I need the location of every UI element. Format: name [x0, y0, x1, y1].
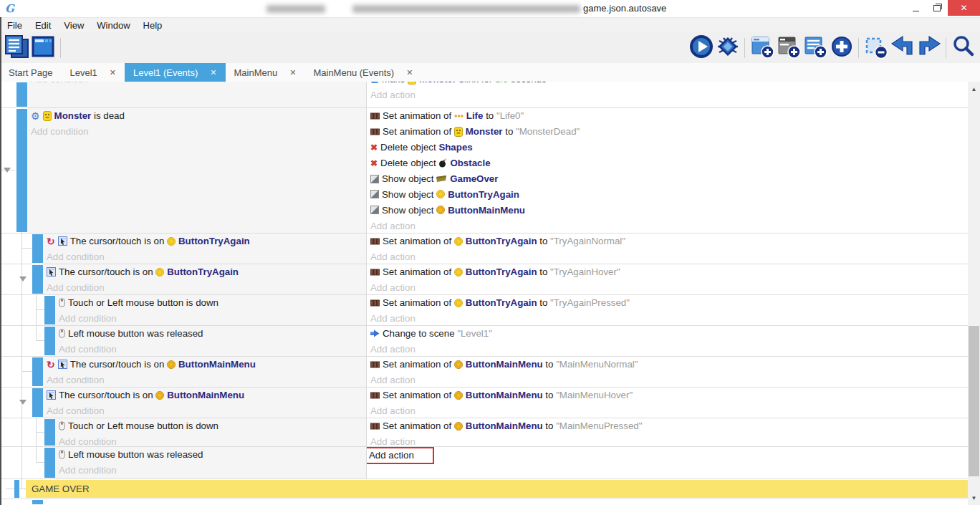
- action-line[interactable]: ✖Delete object Shapes: [367, 140, 968, 155]
- undo-button[interactable]: [889, 34, 916, 62]
- tab-close-icon[interactable]: ✕: [210, 68, 216, 77]
- menu-file[interactable]: File: [6, 20, 24, 31]
- action-line[interactable]: Set animation of ButtonTryAgain to "TryA…: [367, 264, 968, 280]
- add-condition-button[interactable]: Add condition: [43, 280, 366, 294]
- collapse-arrow-icon[interactable]: [19, 276, 27, 282]
- add-comment-button[interactable]: [802, 34, 828, 62]
- scroll-up-icon[interactable]: ▲: [968, 83, 980, 95]
- tab-mainmenu[interactable]: MainMenu✕: [226, 63, 305, 82]
- add-action-button[interactable]: Add action: [367, 447, 968, 463]
- collapse-arrow-icon[interactable]: [4, 168, 11, 173]
- tab-start-page[interactable]: Start Page: [0, 63, 61, 82]
- action-line[interactable]: Show object ButtonTryAgain: [367, 186, 968, 202]
- menu-window[interactable]: Window: [95, 20, 131, 31]
- action-line[interactable]: Make Monster blink for 1.5 seconds: [367, 82, 968, 87]
- project-manager-button[interactable]: [4, 34, 30, 62]
- condition-line[interactable]: Left mouse button was released: [55, 326, 366, 342]
- condition-line[interactable]: ↻The cursor/touch is on ButtonTryAgain: [43, 234, 366, 249]
- tab-mainmenu-events[interactable]: MainMenu (Events)✕: [304, 63, 421, 82]
- add-condition-button[interactable]: Add condition: [27, 82, 366, 87]
- tab-level1[interactable]: Level1✕: [61, 63, 125, 82]
- condition-line[interactable]: Touch or Left mouse button is down: [55, 295, 366, 311]
- action-line[interactable]: Set animation of ButtonMainMenu to "Main…: [367, 418, 968, 434]
- minimize-button[interactable]: [905, 0, 926, 16]
- event-selection-bar[interactable]: [44, 296, 55, 324]
- condition-line[interactable]: Touch or Left mouse button is down: [55, 418, 366, 434]
- add-action-button[interactable]: Add action: [367, 372, 968, 387]
- event-selection-bar[interactable]: [32, 234, 43, 263]
- add-condition-button[interactable]: Add condition: [55, 463, 366, 478]
- add-action-button[interactable]: Add action: [367, 342, 968, 356]
- add-condition-button[interactable]: Add condition: [27, 124, 366, 140]
- add-sub-event-button[interactable]: [775, 34, 802, 62]
- condition-line[interactable]: ⚙Monster is dead: [27, 108, 366, 124]
- add-condition-button[interactable]: Add condition: [43, 249, 366, 264]
- event-row: Add conditionMake Monster blink for 1.5 …: [0, 82, 968, 107]
- add-action-button[interactable]: Add action: [367, 403, 968, 418]
- add-action-button[interactable]: Add action: [367, 434, 968, 446]
- action-line[interactable]: ✖Delete object Obstacle: [367, 155, 968, 171]
- tab-close-icon[interactable]: ✕: [110, 68, 116, 77]
- add-condition-button[interactable]: Add condition: [55, 342, 366, 356]
- add-circle-button[interactable]: [828, 34, 855, 62]
- text: The cursor/touch is on: [70, 236, 167, 246]
- event-selection-bar[interactable]: [44, 419, 55, 446]
- condition-line[interactable]: Left mouse button was released: [55, 447, 366, 463]
- scroll-down-icon[interactable]: ▼: [968, 492, 980, 504]
- close-button[interactable]: ✕: [948, 0, 980, 16]
- menu-view[interactable]: View: [62, 20, 85, 31]
- vertical-scrollbar[interactable]: ▲ ▼: [968, 82, 980, 505]
- action-line[interactable]: Show object GameOver: [367, 171, 968, 187]
- tab-level1-events[interactable]: Level1 (Events)✕: [125, 63, 226, 82]
- add-condition-button[interactable]: Add condition: [43, 372, 366, 387]
- action-line[interactable]: Set animation of ButtonTryAgain to "TryA…: [367, 234, 968, 249]
- add-action-button[interactable]: Add action: [367, 280, 968, 294]
- event-selection-bar[interactable]: [32, 265, 43, 294]
- add-action-button[interactable]: Add action: [367, 87, 968, 103]
- search-button[interactable]: [950, 34, 976, 62]
- add-event-icon: [749, 34, 775, 62]
- add-action-button[interactable]: Add action: [367, 311, 968, 325]
- tab-close-icon[interactable]: ✕: [289, 68, 296, 77]
- menu-edit[interactable]: Edit: [34, 20, 52, 31]
- comment[interactable]: GAME OVER: [26, 480, 968, 498]
- action-line[interactable]: Change to scene "Level1": [367, 326, 968, 342]
- action-line[interactable]: Set animation of ButtonMainMenu to "Main…: [367, 388, 968, 403]
- gdevelop-window: G game.json.autosave ✕ FileEditViewWindo…: [0, 0, 980, 505]
- add-condition-button[interactable]: Add condition: [43, 403, 366, 418]
- condition-line[interactable]: The cursor/touch is on ButtonMainMenu: [43, 388, 366, 403]
- tab-close-icon[interactable]: ✕: [406, 68, 413, 77]
- text: to: [543, 420, 556, 431]
- add-condition-button[interactable]: Add condition: [55, 311, 366, 325]
- collapse-arrow-icon[interactable]: [19, 400, 27, 405]
- event-selection-bar[interactable]: [32, 357, 43, 386]
- remove-selection-button[interactable]: [863, 34, 889, 62]
- action-line[interactable]: Show object ButtonMainMenu: [367, 202, 968, 218]
- action-line[interactable]: Set animation of Life to "Life0": [367, 108, 968, 124]
- add-event-button[interactable]: [749, 34, 775, 62]
- add-action-button[interactable]: Add action: [367, 218, 968, 233]
- redo-button[interactable]: [916, 34, 942, 62]
- event-selection-bar[interactable]: [32, 388, 43, 417]
- condition-line[interactable]: ↻The cursor/touch is on ButtonMainMenu: [43, 357, 366, 372]
- add-condition-button[interactable]: Add condition: [55, 434, 366, 446]
- scrollbar-thumb[interactable]: [969, 326, 979, 476]
- debug-button[interactable]: [714, 34, 741, 62]
- add-comment-icon: [802, 34, 828, 62]
- play-button[interactable]: [688, 34, 714, 62]
- action-line[interactable]: Set animation of ButtonMainMenu to "Main…: [367, 357, 968, 372]
- event-selection-bar[interactable]: [16, 82, 27, 107]
- event-selection-bar[interactable]: [16, 109, 27, 232]
- menu-help[interactable]: Help: [142, 20, 164, 31]
- event-selection-bar[interactable]: [44, 327, 55, 355]
- action-line[interactable]: Set animation of Monster to "MonsterDead…: [367, 124, 968, 140]
- add-action-button[interactable]: Add action: [367, 249, 968, 264]
- event-selection-bar[interactable]: [44, 448, 55, 478]
- event-selection-bar[interactable]: [32, 500, 43, 504]
- action-line[interactable]: Set animation of ButtonTryAgain to "TryA…: [367, 295, 968, 311]
- event-selection-bar[interactable]: [14, 480, 19, 498]
- text: Show object: [382, 173, 436, 184]
- restore-button[interactable]: [926, 0, 948, 16]
- scene-editor-button[interactable]: [30, 34, 57, 62]
- condition-line[interactable]: The cursor/touch is on ButtonTryAgain: [43, 264, 366, 280]
